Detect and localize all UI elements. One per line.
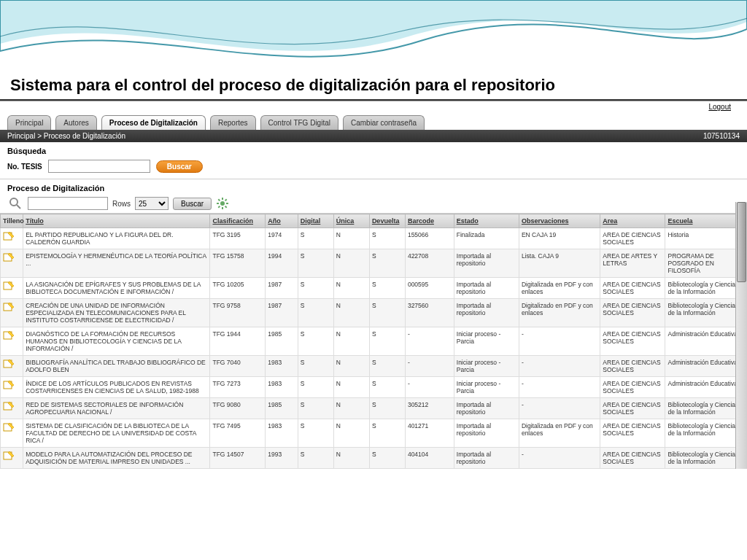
edit-pencil-icon[interactable] — [3, 359, 15, 369]
cell-ano: 1974 — [266, 228, 298, 249]
magnifier-icon[interactable] — [7, 197, 23, 210]
edit-cell[interactable] — [1, 356, 23, 377]
decorative-wave-header — [0, 0, 747, 73]
edit-pencil-icon[interactable] — [3, 451, 15, 461]
cell-escuela: Administración Educativa — [665, 377, 747, 398]
cell-estado: Importada al repositorio — [454, 398, 519, 419]
table-row: DIAGNÓSTICO DE LA FORMACIÓN DE RECURSOS … — [1, 327, 747, 356]
cell-area: AREA DE CIENCIAS SOCIALES — [600, 327, 665, 356]
cell-barcode: 000595 — [405, 278, 454, 299]
tab-reportes[interactable]: Reportes — [210, 115, 256, 130]
breadcrumb[interactable]: Principal > Proceso de Digitalización — [7, 132, 125, 140]
vertical-scrollbar[interactable] — [735, 202, 747, 469]
cell-clasificacion: TFG 1944 — [210, 327, 266, 356]
cell-digital: S — [298, 398, 333, 419]
svg-point-2 — [220, 201, 225, 206]
cell-observaciones: Digitalizada en PDF y con enlaces — [519, 419, 600, 448]
col-unica[interactable]: Única — [333, 214, 369, 228]
cell-area: AREA DE CIENCIAS SOCIALES — [600, 419, 665, 448]
edit-pencil-icon[interactable] — [3, 231, 15, 241]
cell-observaciones: Digitalizado en PDF y con enlaces — [519, 299, 600, 327]
col-barcode[interactable]: Barcode — [405, 214, 454, 228]
grid-search-button[interactable]: Buscar — [173, 198, 212, 210]
tesis-number-input[interactable] — [48, 160, 150, 173]
logout-link[interactable]: Logout — [708, 103, 731, 111]
cell-unica: N — [333, 228, 369, 249]
edit-pencil-icon[interactable] — [3, 401, 15, 411]
tab-principal[interactable]: Principal — [7, 115, 51, 130]
cell-escuela: Bibliotecología y Ciencias de la Informa… — [665, 398, 747, 419]
edit-pencil-icon[interactable] — [3, 252, 15, 262]
cell-barcode: 155066 — [405, 228, 454, 249]
cell-clasificacion: TFG 3195 — [210, 228, 266, 249]
cell-barcode: 305212 — [405, 398, 454, 419]
cell-observaciones: Lista. CAJA 9 — [519, 249, 600, 278]
col-area[interactable]: Area — [600, 214, 665, 228]
edit-pencil-icon[interactable] — [3, 330, 15, 341]
cell-escuela: Administración Educativa — [665, 356, 747, 377]
table-row: LA ASIGNACIÓN DE EPÍGRAFES Y SUS PROBLEM… — [1, 278, 747, 299]
svg-line-8 — [225, 206, 227, 208]
cell-devuelta: S — [369, 448, 405, 469]
col-escuela[interactable]: Escuela — [665, 214, 747, 228]
col-ano[interactable]: Año — [266, 214, 298, 228]
edit-pencil-icon[interactable] — [3, 380, 15, 390]
cell-titulo: LA ASIGNACIÓN DE EPÍGRAFES Y SUS PROBLEM… — [23, 278, 210, 299]
col-estado[interactable]: Estado — [454, 214, 519, 228]
cell-ano: 1985 — [266, 327, 298, 356]
edit-cell[interactable] — [1, 419, 23, 448]
edit-cell[interactable] — [1, 377, 23, 398]
rows-select[interactable]: 25 — [135, 197, 169, 210]
cell-digital: S — [298, 419, 333, 448]
col-devuelta[interactable]: Devuelta — [369, 214, 405, 228]
cell-devuelta: S — [369, 398, 405, 419]
tab-proceso-digitalizacion[interactable]: Proceso de Digitalización — [101, 115, 206, 130]
svg-line-10 — [225, 199, 227, 201]
cell-estado: Importada al repositorio — [454, 249, 519, 278]
process-section-label: Proceso de Digitalización — [0, 179, 747, 194]
tab-autores[interactable]: Autores — [55, 115, 96, 130]
edit-cell[interactable] — [1, 278, 23, 299]
edit-cell[interactable] — [1, 327, 23, 356]
edit-cell[interactable] — [1, 448, 23, 469]
cell-devuelta: S — [369, 249, 405, 278]
cell-estado: Importada al repositorio — [454, 448, 519, 469]
col-titulo[interactable]: Título — [23, 214, 210, 228]
col-digital[interactable]: Digital — [298, 214, 333, 228]
rows-label: Rows — [112, 200, 131, 208]
edit-cell[interactable] — [1, 398, 23, 419]
cell-escuela: Bibliotecología y Ciencias de la Informa… — [665, 299, 747, 327]
cell-ano: 1994 — [266, 249, 298, 278]
col-observaciones[interactable]: Observaciones — [519, 214, 600, 228]
cell-ano: 1983 — [266, 356, 298, 377]
cell-area: AREA DE CIENCIAS SOCIALES — [600, 448, 665, 469]
cell-estado: Iniciar proceso - Parcia — [454, 327, 519, 356]
edit-pencil-icon[interactable] — [3, 302, 15, 312]
cell-observaciones: EN CAJA 19 — [519, 228, 600, 249]
edit-cell[interactable] — [1, 228, 23, 249]
col-edit[interactable]: Tilleno — [1, 214, 23, 228]
edit-cell[interactable] — [1, 249, 23, 278]
cell-area: AREA DE CIENCIAS SOCIALES — [600, 356, 665, 377]
tab-control-tfg[interactable]: Control TFG Digital — [260, 115, 338, 130]
svg-point-0 — [10, 198, 18, 206]
edit-pencil-icon[interactable] — [3, 281, 15, 291]
edit-pencil-icon[interactable] — [3, 422, 15, 432]
cell-observaciones: - — [519, 356, 600, 377]
search-button[interactable]: Buscar — [156, 160, 203, 173]
scrollbar-thumb[interactable] — [737, 202, 746, 282]
grid-toolbar: Rows 25 Buscar — [0, 194, 747, 214]
tab-row: Principal Autores Proceso de Digitalizac… — [0, 112, 747, 130]
cell-barcode: 404104 — [405, 448, 454, 469]
edit-cell[interactable] — [1, 299, 23, 327]
gear-icon[interactable] — [216, 197, 229, 210]
cell-ano: 1983 — [266, 377, 298, 398]
grid-filter-input[interactable] — [28, 197, 108, 210]
cell-area: AREA DE CIENCIAS SOCIALES — [600, 228, 665, 249]
cell-area: AREA DE ARTES Y LETRAS — [600, 249, 665, 278]
cell-unica: N — [333, 356, 369, 377]
col-clasificacion[interactable]: Clasificación — [210, 214, 266, 228]
cell-devuelta: S — [369, 228, 405, 249]
table-row: EL PARTIDO REPUBLICANO Y LA FIGURA DEL D… — [1, 228, 747, 249]
tab-cambiar-contrasena[interactable]: Cambiar contraseña — [343, 115, 425, 130]
